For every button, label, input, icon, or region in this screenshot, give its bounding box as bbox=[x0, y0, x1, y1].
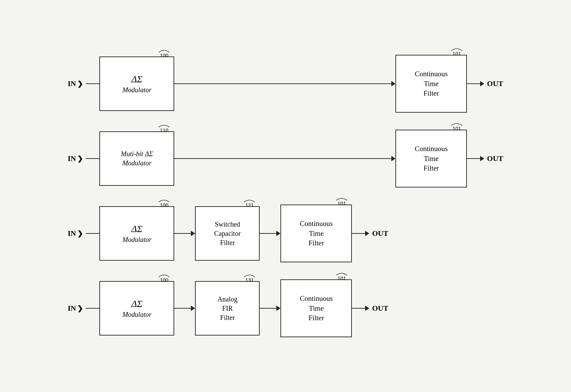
block1-label: ΔΣModulator bbox=[123, 223, 152, 245]
block2-label: SwitchedCapacitorFilter bbox=[214, 220, 241, 247]
block3-line: Continuous bbox=[300, 219, 333, 228]
arrow-out bbox=[365, 231, 369, 236]
arrow-out bbox=[480, 156, 484, 161]
block3-label: ContinuousTimeFilter bbox=[300, 219, 333, 248]
arrow-to-block3 bbox=[276, 306, 280, 311]
row-3: IN❯100ΔΣModulator121SwitchedCapacitorFil… bbox=[68, 205, 503, 262]
line-block2-to-block3 bbox=[260, 233, 277, 234]
in-text: IN bbox=[68, 304, 76, 313]
in-label: IN❯ bbox=[68, 229, 83, 238]
ref-number-block1: 100 bbox=[158, 48, 170, 58]
arrow-to-block3 bbox=[391, 156, 395, 161]
block3-row2: 101ContinuousTimeFilter bbox=[395, 130, 467, 187]
in-arrow: ❯ bbox=[77, 229, 83, 238]
block1-line: Modulator bbox=[123, 310, 152, 319]
block3-line: Time bbox=[415, 154, 448, 163]
ref-number-block1: 110 bbox=[158, 122, 170, 133]
arrow-to-block3 bbox=[391, 81, 395, 86]
line-out bbox=[467, 158, 480, 159]
block1-line: ΔΣ bbox=[123, 297, 152, 310]
ref-number-block3: 101 bbox=[336, 271, 348, 281]
out-text: OUT bbox=[372, 229, 388, 238]
diagram-container: IN❯100ΔΣModulator101ContinuousTimeFilter… bbox=[47, 41, 524, 351]
block3-label: ContinuousTimeFilter bbox=[300, 294, 333, 323]
block2-line: Analog bbox=[217, 295, 238, 304]
block1-label: ΔΣModulator bbox=[123, 297, 152, 320]
block2-line: Filter bbox=[214, 238, 241, 247]
block3-line: Time bbox=[415, 79, 448, 88]
in-label: IN❯ bbox=[68, 154, 83, 163]
in-text: IN bbox=[68, 79, 76, 88]
arrow-to-block2 bbox=[191, 306, 195, 311]
arrow-out bbox=[480, 81, 484, 86]
arrow-out bbox=[365, 306, 369, 311]
in-text: IN bbox=[68, 154, 76, 163]
block3-line: Filter bbox=[415, 163, 448, 173]
block2-row4: 131AnalogFIRFilter bbox=[195, 281, 260, 336]
in-label: IN❯ bbox=[68, 79, 83, 88]
line-in-to-block1 bbox=[86, 233, 99, 234]
block2-row3: 121SwitchedCapacitorFilter bbox=[195, 206, 260, 261]
row-2: IN❯110Muti-bit ΔΣModulator101ContinuousT… bbox=[68, 130, 503, 187]
out-text: OUT bbox=[372, 304, 388, 313]
block3-line: Filter bbox=[415, 88, 448, 98]
ref-number-block2: 121 bbox=[243, 197, 256, 208]
in-arrow: ❯ bbox=[77, 304, 83, 312]
block1-line: ΔΣ bbox=[123, 223, 152, 235]
block3-line: Filter bbox=[300, 313, 333, 323]
line-in-to-block1 bbox=[86, 83, 99, 84]
line-block1-to-block3 bbox=[174, 158, 392, 159]
block3-line: Continuous bbox=[415, 69, 448, 79]
out-text: OUT bbox=[487, 154, 503, 163]
ref-number-block3: 101 bbox=[451, 46, 463, 56]
in-arrow: ❯ bbox=[77, 80, 83, 88]
block1-line: Modulator bbox=[123, 85, 152, 95]
block1-row1: 100ΔΣModulator bbox=[99, 56, 174, 111]
line-block1-to-block3 bbox=[174, 83, 392, 84]
line-out bbox=[352, 233, 365, 234]
block3-row4: 101ContinuousTimeFilter bbox=[280, 279, 352, 337]
ref-number-block1: 100 bbox=[158, 197, 170, 208]
block1-line: ΔΣ bbox=[123, 73, 152, 86]
out-label: OUT bbox=[372, 229, 388, 238]
block3-line: Filter bbox=[300, 238, 333, 248]
line-block1-to-block2 bbox=[174, 233, 191, 234]
block1-line: Modulator bbox=[123, 235, 152, 244]
block1-label: Muti-bit ΔΣModulator bbox=[121, 149, 153, 168]
ref-number-block2: 131 bbox=[243, 272, 256, 283]
block1-label: ΔΣModulator bbox=[123, 73, 152, 95]
block3-line: Continuous bbox=[415, 144, 448, 153]
out-label: OUT bbox=[487, 154, 503, 163]
block1-row3: 100ΔΣModulator bbox=[99, 206, 174, 261]
block1-row4: 100ΔΣModulator bbox=[99, 281, 174, 336]
block2-label: AnalogFIRFilter bbox=[217, 295, 238, 322]
line-block2-to-block3 bbox=[260, 308, 277, 309]
block3-line: Continuous bbox=[300, 294, 333, 303]
out-text: OUT bbox=[487, 79, 503, 88]
line-out bbox=[352, 308, 365, 309]
arrow-to-block2 bbox=[191, 231, 195, 236]
in-label: IN❯ bbox=[68, 304, 83, 313]
block1-row2: 110Muti-bit ΔΣModulator bbox=[99, 131, 174, 186]
ref-number-block1: 100 bbox=[158, 272, 170, 283]
block3-line: Time bbox=[300, 229, 333, 238]
line-block1-to-block2 bbox=[174, 308, 191, 309]
block3-line: Time bbox=[300, 304, 333, 313]
block3-row3: 101ContinuousTimeFilter bbox=[280, 205, 352, 262]
line-out bbox=[467, 83, 480, 84]
block1-line: Modulator bbox=[121, 159, 153, 168]
in-text: IN bbox=[68, 229, 76, 238]
ref-number-block3: 101 bbox=[336, 196, 348, 206]
in-arrow: ❯ bbox=[77, 154, 83, 163]
arrow-to-block3 bbox=[276, 231, 280, 236]
block2-line: Switched bbox=[214, 220, 241, 229]
out-label: OUT bbox=[372, 304, 388, 313]
block3-label: ContinuousTimeFilter bbox=[415, 144, 448, 173]
line-in-to-block1 bbox=[86, 308, 99, 309]
line-in-to-block1 bbox=[86, 158, 99, 159]
out-label: OUT bbox=[487, 79, 503, 88]
block2-line: Capacitor bbox=[214, 229, 241, 238]
block2-line: FIR bbox=[217, 304, 238, 313]
ref-number-block3: 101 bbox=[451, 121, 463, 131]
block2-line: Filter bbox=[217, 313, 238, 322]
